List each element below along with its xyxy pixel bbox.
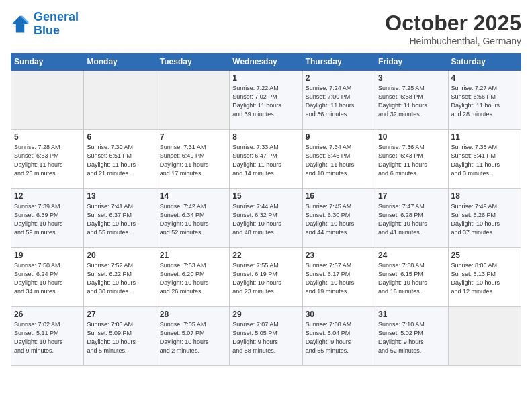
day-info: Sunrise: 7:28 AM Sunset: 6:53 PM Dayligh… <box>14 143 81 178</box>
calendar-cell: 29Sunrise: 7:07 AM Sunset: 5:05 PM Dayli… <box>230 307 302 366</box>
calendar-cell: 15Sunrise: 7:44 AM Sunset: 6:32 PM Dayli… <box>230 189 302 248</box>
weekday-header-monday: Monday <box>84 54 157 71</box>
day-info: Sunrise: 7:41 AM Sunset: 6:37 PM Dayligh… <box>87 202 153 237</box>
day-number: 4 <box>451 73 518 83</box>
day-number: 17 <box>378 191 445 201</box>
weekday-header-friday: Friday <box>375 54 448 71</box>
calendar-cell: 14Sunrise: 7:42 AM Sunset: 6:34 PM Dayli… <box>157 189 229 248</box>
day-number: 8 <box>232 132 299 142</box>
day-info: Sunrise: 7:34 AM Sunset: 6:45 PM Dayligh… <box>306 143 372 178</box>
calendar-cell: 10Sunrise: 7:36 AM Sunset: 6:43 PM Dayli… <box>375 130 448 189</box>
day-info: Sunrise: 7:31 AM Sunset: 6:49 PM Dayligh… <box>160 143 226 178</box>
day-info: Sunrise: 7:07 AM Sunset: 5:05 PM Dayligh… <box>232 320 299 355</box>
calendar-cell: 16Sunrise: 7:45 AM Sunset: 6:30 PM Dayli… <box>302 189 375 248</box>
day-info: Sunrise: 7:57 AM Sunset: 6:17 PM Dayligh… <box>306 261 372 296</box>
day-number: 29 <box>232 310 299 319</box>
logo-icon <box>11 15 30 34</box>
day-info: Sunrise: 7:25 AM Sunset: 6:58 PM Dayligh… <box>378 84 445 119</box>
logo: General Blue <box>11 11 79 38</box>
calendar-cell: 27Sunrise: 7:03 AM Sunset: 5:09 PM Dayli… <box>84 307 157 366</box>
day-info: Sunrise: 7:50 AM Sunset: 6:24 PM Dayligh… <box>14 261 81 296</box>
weekday-header-wednesday: Wednesday <box>230 54 302 71</box>
logo-line1: General <box>34 10 79 24</box>
day-info: Sunrise: 7:03 AM Sunset: 5:09 PM Dayligh… <box>87 320 153 355</box>
day-number: 5 <box>14 132 81 142</box>
calendar-week-row: 12Sunrise: 7:39 AM Sunset: 6:39 PM Dayli… <box>11 189 521 248</box>
day-info: Sunrise: 7:08 AM Sunset: 5:04 PM Dayligh… <box>306 320 372 355</box>
day-info: Sunrise: 7:39 AM Sunset: 6:39 PM Dayligh… <box>14 202 81 237</box>
calendar-cell: 1Sunrise: 7:22 AM Sunset: 7:02 PM Daylig… <box>230 71 302 130</box>
day-info: Sunrise: 7:58 AM Sunset: 6:15 PM Dayligh… <box>378 261 445 296</box>
month-title: October 2025 <box>385 11 521 36</box>
calendar-cell: 9Sunrise: 7:34 AM Sunset: 6:45 PM Daylig… <box>302 130 375 189</box>
day-number: 3 <box>378 73 445 83</box>
location-subtitle: Heimbuchenthal, Germany <box>385 36 521 46</box>
logo-text: General Blue <box>34 11 79 38</box>
day-info: Sunrise: 7:47 AM Sunset: 6:28 PM Dayligh… <box>378 202 445 237</box>
calendar-cell: 4Sunrise: 7:27 AM Sunset: 6:56 PM Daylig… <box>448 71 521 130</box>
calendar-cell: 3Sunrise: 7:25 AM Sunset: 6:58 PM Daylig… <box>375 71 448 130</box>
calendar-cell: 19Sunrise: 7:50 AM Sunset: 6:24 PM Dayli… <box>11 248 84 307</box>
day-info: Sunrise: 8:00 AM Sunset: 6:13 PM Dayligh… <box>451 261 518 296</box>
day-number: 1 <box>232 73 299 83</box>
calendar-cell: 7Sunrise: 7:31 AM Sunset: 6:49 PM Daylig… <box>157 130 229 189</box>
day-info: Sunrise: 7:42 AM Sunset: 6:34 PM Dayligh… <box>160 202 226 237</box>
weekday-header-sunday: Sunday <box>11 54 84 71</box>
title-block: October 2025 Heimbuchenthal, Germany <box>385 11 521 46</box>
weekday-header-row: SundayMondayTuesdayWednesdayThursdayFrid… <box>11 54 521 71</box>
day-info: Sunrise: 7:49 AM Sunset: 6:26 PM Dayligh… <box>451 202 518 237</box>
calendar-cell: 11Sunrise: 7:38 AM Sunset: 6:41 PM Dayli… <box>448 130 521 189</box>
day-number: 31 <box>378 310 445 319</box>
calendar-cell: 18Sunrise: 7:49 AM Sunset: 6:26 PM Dayli… <box>448 189 521 248</box>
calendar-cell: 8Sunrise: 7:33 AM Sunset: 6:47 PM Daylig… <box>230 130 302 189</box>
day-number: 28 <box>160 310 226 319</box>
day-info: Sunrise: 7:24 AM Sunset: 7:00 PM Dayligh… <box>306 84 372 119</box>
day-number: 18 <box>451 191 518 201</box>
calendar-cell: 12Sunrise: 7:39 AM Sunset: 6:39 PM Dayli… <box>11 189 84 248</box>
day-info: Sunrise: 7:02 AM Sunset: 5:11 PM Dayligh… <box>14 320 81 355</box>
calendar-cell: 6Sunrise: 7:30 AM Sunset: 6:51 PM Daylig… <box>84 130 157 189</box>
calendar-week-row: 1Sunrise: 7:22 AM Sunset: 7:02 PM Daylig… <box>11 71 521 130</box>
calendar-cell <box>157 71 229 130</box>
calendar-cell: 30Sunrise: 7:08 AM Sunset: 5:04 PM Dayli… <box>302 307 375 366</box>
calendar-cell: 26Sunrise: 7:02 AM Sunset: 5:11 PM Dayli… <box>11 307 84 366</box>
calendar-cell: 17Sunrise: 7:47 AM Sunset: 6:28 PM Dayli… <box>375 189 448 248</box>
day-info: Sunrise: 7:38 AM Sunset: 6:41 PM Dayligh… <box>451 143 518 178</box>
day-number: 13 <box>87 191 153 201</box>
day-number: 20 <box>87 250 153 260</box>
weekday-header-saturday: Saturday <box>448 54 521 71</box>
day-number: 12 <box>14 191 81 201</box>
calendar-cell: 25Sunrise: 8:00 AM Sunset: 6:13 PM Dayli… <box>448 248 521 307</box>
calendar-cell: 24Sunrise: 7:58 AM Sunset: 6:15 PM Dayli… <box>375 248 448 307</box>
calendar-cell: 28Sunrise: 7:05 AM Sunset: 5:07 PM Dayli… <box>157 307 229 366</box>
day-number: 15 <box>232 191 299 201</box>
calendar-cell: 13Sunrise: 7:41 AM Sunset: 6:37 PM Dayli… <box>84 189 157 248</box>
day-number: 24 <box>378 250 445 260</box>
calendar-cell: 23Sunrise: 7:57 AM Sunset: 6:17 PM Dayli… <box>302 248 375 307</box>
day-info: Sunrise: 7:33 AM Sunset: 6:47 PM Dayligh… <box>232 143 299 178</box>
svg-marker-0 <box>12 15 29 32</box>
weekday-header-thursday: Thursday <box>302 54 375 71</box>
calendar-table: SundayMondayTuesdayWednesdayThursdayFrid… <box>11 53 521 366</box>
day-number: 25 <box>451 250 518 260</box>
calendar-week-row: 19Sunrise: 7:50 AM Sunset: 6:24 PM Dayli… <box>11 248 521 307</box>
day-info: Sunrise: 7:52 AM Sunset: 6:22 PM Dayligh… <box>87 261 153 296</box>
page-header: General Blue October 2025 Heimbuchenthal… <box>11 11 521 46</box>
day-info: Sunrise: 7:44 AM Sunset: 6:32 PM Dayligh… <box>232 202 299 237</box>
day-info: Sunrise: 7:53 AM Sunset: 6:20 PM Dayligh… <box>160 261 226 296</box>
day-number: 27 <box>87 310 153 319</box>
weekday-header-tuesday: Tuesday <box>157 54 229 71</box>
day-number: 21 <box>160 250 226 260</box>
day-number: 30 <box>306 310 372 319</box>
day-info: Sunrise: 7:27 AM Sunset: 6:56 PM Dayligh… <box>451 84 518 119</box>
day-number: 26 <box>14 310 81 319</box>
day-info: Sunrise: 7:55 AM Sunset: 6:19 PM Dayligh… <box>232 261 299 296</box>
logo-line2: Blue <box>34 24 60 37</box>
day-number: 19 <box>14 250 81 260</box>
day-number: 9 <box>306 132 372 142</box>
day-info: Sunrise: 7:05 AM Sunset: 5:07 PM Dayligh… <box>160 320 226 355</box>
calendar-cell: 5Sunrise: 7:28 AM Sunset: 6:53 PM Daylig… <box>11 130 84 189</box>
calendar-cell: 21Sunrise: 7:53 AM Sunset: 6:20 PM Dayli… <box>157 248 229 307</box>
day-number: 7 <box>160 132 226 142</box>
day-number: 11 <box>451 132 518 142</box>
